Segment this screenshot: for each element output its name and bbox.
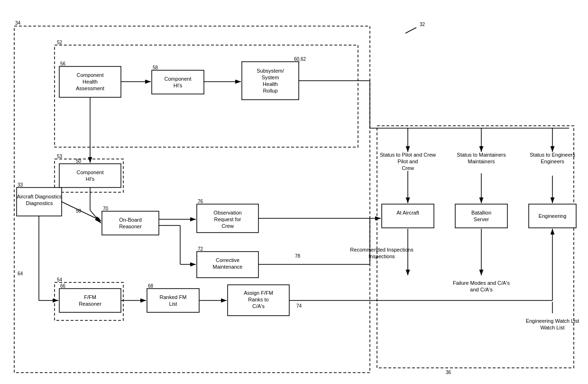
- status-pilot-label: Status to Pilot and Crew: [380, 152, 436, 158]
- subsystem-label4: Rollup: [263, 88, 277, 94]
- subsystem-label3: Health: [263, 81, 278, 87]
- assign-label2: Ranks to: [248, 297, 268, 302]
- assign-label1: Assign F/FM: [244, 290, 273, 296]
- ref-32-line: [405, 28, 416, 33]
- ranked-fm-label1: Ranked FM: [160, 294, 187, 300]
- subsystem-label2: System: [262, 75, 279, 80]
- observation-label1: Observation: [213, 210, 241, 215]
- ref-60-62: 60,62: [294, 56, 306, 62]
- corrective-label1: Corrective: [216, 257, 239, 263]
- ref-78: 78: [295, 253, 301, 259]
- component-health-label3: Assessment: [76, 85, 104, 91]
- component-hi-53-label1: Component: [77, 169, 104, 175]
- subsystem-box: [242, 62, 299, 100]
- subsystem-label1: Subsystem/: [257, 68, 284, 74]
- at-aircraft-label1: At Aircraft: [396, 210, 419, 215]
- ref-74: 74: [296, 303, 302, 309]
- at-aircraft-box: [382, 204, 434, 228]
- rec-inspections-label: Recommended Inspections: [350, 247, 413, 253]
- observation-label3: Crew: [221, 223, 234, 229]
- rec-inspections-label2: Inspections: [368, 253, 395, 259]
- ranked-fm-label2: List: [169, 301, 177, 307]
- ref-52: 52: [57, 40, 63, 45]
- arrow-ad-to-onboard: [62, 202, 101, 221]
- ref-68: 68: [148, 283, 154, 289]
- component-hi-53-label2: HI's: [86, 176, 95, 182]
- aircraft-diagnostics-label: Aircraft Diagnostics: [17, 194, 62, 199]
- ref-70: 70: [103, 206, 109, 211]
- assign-label3: C/A's: [252, 303, 265, 309]
- ref-50b: 50: [76, 208, 82, 214]
- observation-label2: Request for: [214, 216, 241, 222]
- aircraft-diagnostics-label2: Diagnostics: [26, 200, 53, 206]
- component-hi-53-box: [59, 164, 121, 187]
- status-maintainers-label2: Maintainers: [468, 159, 495, 164]
- ref-72: 72: [198, 246, 203, 252]
- battalion-box: [455, 204, 507, 228]
- ffm-reasoner-box: [59, 289, 121, 312]
- battalion-label2: Server: [474, 216, 489, 222]
- ref-32: 32: [420, 22, 425, 27]
- component-health-label1: Component: [77, 72, 104, 78]
- ffm-reasoner-label1: F/FM: [84, 294, 96, 300]
- component-hi-58-label1: Component: [165, 76, 192, 82]
- ref-58: 58: [153, 65, 158, 70]
- onboard-reasoner-label1: On-Board: [119, 217, 142, 223]
- status-engineers-label2: Engineers: [541, 159, 564, 164]
- diagram-container: 34 36 32 52 53 54 Aircraft Diagnostics D…: [0, 0, 588, 384]
- status-pilot-label3: Crew: [402, 165, 414, 171]
- ranked-fm-box: [147, 289, 199, 312]
- engineering-watch-label: Engineering Watch List: [526, 318, 579, 324]
- engineering-label: Engineering: [539, 213, 567, 219]
- arrow-hi53-to-onboard: [90, 210, 101, 223]
- component-health-label2: Health: [83, 79, 98, 84]
- onboard-reasoner-box: [102, 211, 159, 235]
- status-maintainers-label: Status to Maintainers: [457, 152, 506, 158]
- failure-modes-label2: and C/A's: [470, 287, 493, 292]
- status-pilot-label2: Pilot and: [398, 159, 418, 164]
- engineering-watch-label2: Watch List: [541, 325, 565, 330]
- corrective-label2: Maintenance: [213, 264, 243, 270]
- ref-56: 56: [60, 61, 66, 66]
- ref-64: 64: [18, 271, 23, 276]
- component-hi-58-box: [152, 70, 204, 94]
- ref-50a: 50: [76, 159, 82, 164]
- ref-33: 33: [18, 182, 23, 187]
- ref-53: 53: [57, 154, 63, 159]
- status-engineers-label: Status to Engineers: [530, 152, 576, 158]
- failure-modes-label: Failure Modes and C/A's: [453, 280, 510, 286]
- ffm-reasoner-label2: Reasoner: [79, 301, 101, 307]
- ref-76: 76: [198, 199, 203, 204]
- battalion-label1: Batallion: [471, 210, 491, 215]
- ref-54: 54: [57, 277, 63, 282]
- ref-66: 66: [60, 283, 66, 289]
- onboard-reasoner-label2: Reasoner: [119, 224, 142, 229]
- ref-36: 36: [446, 370, 451, 375]
- component-hi-58-label2: HI's: [174, 83, 183, 88]
- ref-34: 34: [15, 20, 21, 26]
